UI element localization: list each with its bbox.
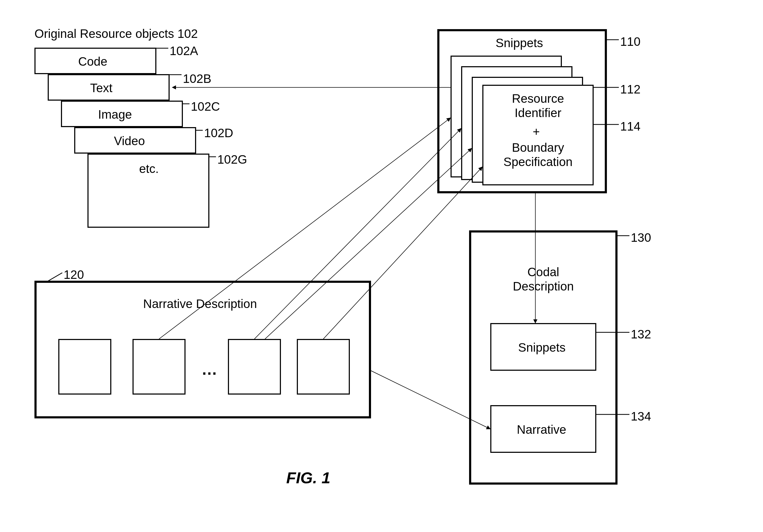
narrative-item-1 [58,339,111,395]
resource-label-video: Video [114,134,145,148]
resource-ref-a: 102A [169,44,198,58]
snippet-plus: + [533,125,540,139]
snippets-ref-bs: 114 [620,119,641,133]
diagram-canvas: Original Resource objects 102 etc. 102G … [0,0,763,532]
codal-ref-outer: 130 [631,230,651,245]
svg-line-15 [48,273,62,281]
snippets-ref-ri: 112 [620,82,641,96]
codal-ref-snip: 132 [631,327,651,341]
resource-label-code: Code [78,54,107,69]
snippet-resource-identifier: Resource Identifier [495,91,581,120]
resource-ref-g: 102G [217,152,247,167]
resource-ref-d: 102D [204,126,233,140]
resource-label-text: Text [90,81,112,95]
resource-label-image: Image [98,107,132,122]
codal-snippets-label: Snippets [518,340,566,355]
resources-title: Original Resource objects 102 [35,27,198,41]
narrative-item-4 [297,339,350,395]
snippet-boundary: Boundary Specification [485,140,591,169]
resource-ref-b: 102B [183,71,211,86]
snippets-title: Snippets [495,36,543,50]
resource-label-etc: etc. [139,161,159,176]
narrative-title: Narrative Description [143,297,257,311]
codal-title: Codal Description [506,265,581,294]
narrative-ellipsis: … [201,360,217,379]
codal-ref-narr: 134 [631,409,651,423]
narrative-item-3 [228,339,281,395]
narrative-ref: 120 [63,267,84,282]
figure-label: FIG. 1 [286,469,330,487]
snippets-ref-outer: 110 [620,35,641,49]
resource-ref-c: 102C [191,99,220,114]
codal-narrative-label: Narrative [517,422,566,437]
narrative-item-2 [133,339,185,395]
